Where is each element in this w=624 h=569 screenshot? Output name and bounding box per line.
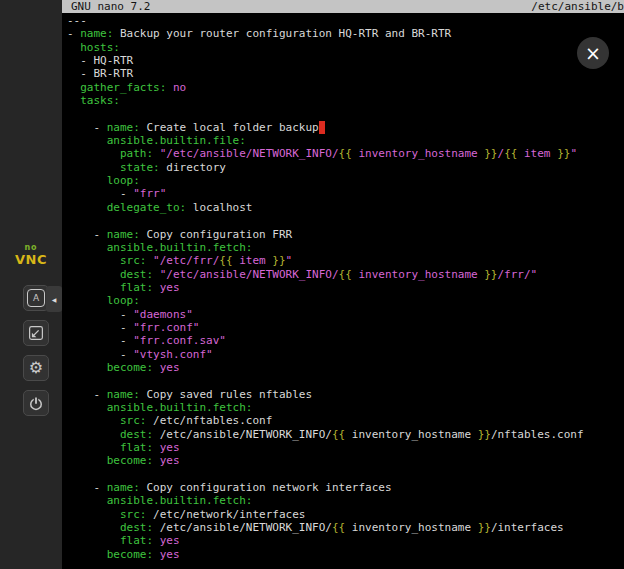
- fullscreen-icon: [27, 324, 45, 342]
- editor-line: state: directory: [67, 161, 624, 174]
- editor-line: - name: Copy configuration FRR: [67, 228, 624, 241]
- editor-line: dest: /etc/ansible/NETWORK_INFO/{{ inven…: [67, 521, 624, 534]
- editor-line: [67, 374, 624, 387]
- editor-line: become: yes: [67, 548, 624, 561]
- editor-line: tasks:: [67, 94, 624, 107]
- editor-content[interactable]: ---- name: Backup your router configurat…: [62, 13, 624, 561]
- nano-file-path: /etc/ansible/b: [531, 0, 624, 13]
- editor-line: - name: Copy saved rules nftables: [67, 388, 624, 401]
- editor-line: - "frr.conf.sav": [67, 334, 624, 347]
- editor-line: src: /etc/network/interfaces: [67, 508, 624, 521]
- collapse-arrow-icon: ◀: [52, 296, 57, 303]
- novnc-logo-text-bottom: VNC: [0, 253, 62, 266]
- editor-line: flat: yes: [67, 281, 624, 294]
- editor-line: loop:: [67, 174, 624, 187]
- editor-line: - "vtysh.conf": [67, 348, 624, 361]
- editor-line: src: /etc/nftables.conf: [67, 414, 624, 427]
- control-bar-handle[interactable]: ◀: [46, 286, 62, 312]
- vnc-control-bar: no VNC A ◀ ⚙: [0, 0, 62, 569]
- editor-line: delegate_to: localhost: [67, 201, 624, 214]
- nano-titlebar: GNU nano 7.2 /etc/ansible/b: [62, 0, 624, 13]
- editor-line: [67, 214, 624, 227]
- editor-line: path: "/etc/ansible/NETWORK_INFO/{{ inve…: [67, 147, 624, 160]
- terminal: GNU nano 7.2 /etc/ansible/b ---- name: B…: [62, 0, 624, 569]
- close-icon: ×: [585, 44, 601, 63]
- editor-line: become: yes: [67, 361, 624, 374]
- power-button[interactable]: [23, 390, 49, 416]
- editor-line: dest: /etc/ansible/NETWORK_INFO/{{ inven…: [67, 428, 624, 441]
- gear-icon: ⚙: [29, 360, 43, 376]
- fullscreen-button[interactable]: [23, 320, 49, 346]
- power-icon: [27, 394, 45, 412]
- editor-line: ansible.builtin.fetch:: [67, 494, 624, 507]
- editor-line: - name: Create local folder backup: [67, 121, 624, 134]
- nano-version: GNU nano 7.2: [71, 0, 150, 13]
- close-button[interactable]: ×: [577, 37, 609, 69]
- editor-line: dest: "/etc/ansible/NETWORK_INFO/{{ inve…: [67, 268, 624, 281]
- editor-line: ansible.builtin.fetch:: [67, 401, 624, 414]
- editor-line: [67, 468, 624, 481]
- novnc-logo: no VNC: [0, 244, 62, 266]
- editor-line: - "daemons": [67, 308, 624, 321]
- editor-line: - name: Copy configuration network inter…: [67, 481, 624, 494]
- editor-line: ansible.builtin.file:: [67, 134, 624, 147]
- editor-line: become: yes: [67, 454, 624, 467]
- editor-line: src: "/etc/frr/{{ item }}": [67, 254, 624, 267]
- editor-line: hosts:: [67, 41, 624, 54]
- editor-line: gather_facts: no: [67, 81, 624, 94]
- keyboard-icon: A: [27, 289, 45, 307]
- editor-line: - HQ-RTR: [67, 54, 624, 67]
- editor-line: flat: yes: [67, 534, 624, 547]
- editor-line: [67, 107, 624, 120]
- editor-line: ---: [67, 14, 624, 27]
- editor-line: - "frr.conf": [67, 321, 624, 334]
- screen: no VNC A ◀ ⚙: [0, 0, 624, 569]
- editor-line: - BR-RTR: [67, 67, 624, 80]
- settings-button[interactable]: ⚙: [23, 355, 49, 381]
- editor-line: flat: yes: [67, 441, 624, 454]
- editor-line: loop:: [67, 294, 624, 307]
- novnc-logo-text-top: no: [0, 244, 62, 252]
- editor-line: ansible.builtin.fetch:: [67, 241, 624, 254]
- editor-line: - "frr": [67, 187, 624, 200]
- editor-line: - name: Backup your router configuration…: [67, 27, 624, 40]
